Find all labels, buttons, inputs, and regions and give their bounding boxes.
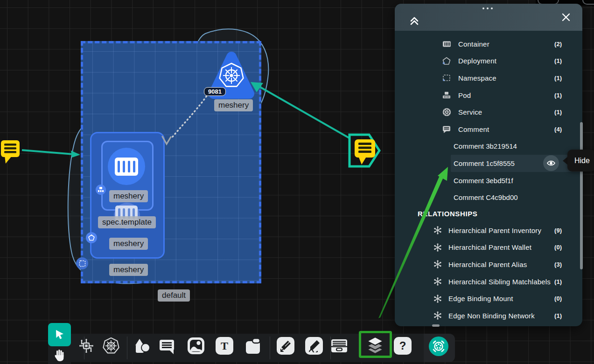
drawer-tool-button[interactable]	[329, 336, 349, 356]
drawer-icon	[329, 337, 349, 355]
text-tool-glyph: T	[216, 337, 233, 355]
row-label: Container	[458, 40, 554, 48]
comment-kind-icon	[442, 125, 451, 133]
comment-tool-button[interactable]	[157, 336, 177, 357]
relationship-row[interactable]: Hierarchical Sibling Matchlabels (1)	[395, 273, 582, 290]
relationship-row[interactable]: Hierarchical Parent Inventory (9)	[395, 222, 582, 239]
comment-item[interactable]: Comment C4c9bd00	[395, 189, 582, 206]
row-label: Comment	[458, 125, 554, 133]
relationship-row[interactable]: Edge Non Binding Network (1)	[395, 307, 582, 324]
meshery-logo-button[interactable]	[428, 336, 449, 357]
elements-panel: Container (2) Deployment (1) Namespace (…	[395, 4, 582, 326]
meshery-logo-icon	[428, 336, 449, 357]
edge-pen-tool-button[interactable]	[275, 336, 296, 356]
row-count: (1)	[554, 278, 562, 285]
relationship-icon	[433, 243, 442, 252]
help-button[interactable]: ?	[392, 336, 413, 356]
container-kind-icon	[442, 40, 451, 48]
hand-icon	[53, 348, 67, 362]
sticky-shape-tool-button[interactable]	[243, 336, 263, 356]
comment-annotation-left[interactable]	[0, 133, 89, 170]
service-kind-icon	[442, 108, 451, 116]
row-count: (4)	[554, 126, 562, 133]
row-count: (1)	[554, 92, 562, 99]
sticky-note-icon	[244, 337, 262, 355]
row-label: Edge Binding Mount	[448, 295, 554, 302]
relationship-icon	[433, 294, 442, 303]
panel-row-deployment[interactable]: Deployment (1)	[395, 53, 582, 70]
service-port-label: 9081	[204, 87, 226, 96]
relationship-row-partial[interactable]	[395, 324, 582, 327]
row-count: (0)	[554, 295, 562, 302]
freehand-draw-tool-button[interactable]	[304, 336, 324, 356]
row-count: (1)	[554, 312, 562, 319]
relationship-row[interactable]: Hierarchical Parent Wallet (0)	[395, 239, 582, 256]
pod-kind-icon	[442, 91, 451, 99]
collapse-panel-icon[interactable]	[409, 15, 420, 27]
toolbar-divider	[270, 337, 270, 359]
shapes-tool-button[interactable]	[132, 336, 153, 357]
relationship-icon	[433, 260, 442, 269]
comment-item-highlighted[interactable]: Comment 1c5f8555	[451, 155, 581, 172]
row-count: (1)	[554, 57, 562, 64]
pen-arrow-icon	[279, 339, 292, 352]
circuit-component-icon	[77, 337, 96, 355]
comment-item-label: Comment C4c9bd00	[454, 193, 518, 201]
image-tool-button[interactable]	[186, 336, 206, 356]
row-count: (2)	[554, 41, 562, 48]
row-count: (0)	[554, 244, 562, 251]
namespace-kind-icon	[442, 74, 451, 82]
relationship-row[interactable]: Hierarchical Parent Alias (3)	[395, 256, 582, 273]
row-label: Service	[458, 108, 554, 116]
panel-row-service[interactable]: Service (1)	[395, 103, 582, 121]
panel-row-pod[interactable]: Pod (1)	[395, 87, 582, 104]
comment-item[interactable]: Comment 3ebd5f1f	[395, 172, 582, 189]
text-tool-button[interactable]: T	[214, 336, 235, 356]
shapes-icon	[133, 337, 152, 356]
close-panel-icon[interactable]	[562, 13, 570, 21]
panel-drag-handle-icon[interactable]	[482, 7, 493, 9]
panel-row-container[interactable]: Container (2)	[395, 35, 582, 53]
pan-tool-button[interactable]	[49, 346, 70, 364]
image-icon	[187, 337, 205, 355]
visibility-eye-icon[interactable]	[543, 155, 559, 171]
relationship-icon	[433, 277, 442, 286]
row-count: (1)	[554, 75, 562, 82]
panel-row-comment[interactable]: Comment (4)	[395, 121, 582, 138]
meshery-design-canvas-screen: 9081 meshery meshery spec.template meshe…	[0, 0, 594, 364]
pod-label: meshery	[109, 190, 148, 202]
relationship-icon	[433, 311, 442, 320]
comment-item-label: Comment 3b219514	[454, 142, 517, 150]
kubernetes-icon	[101, 336, 121, 356]
component-tool-button[interactable]	[76, 336, 97, 356]
comment-bubble-icon	[158, 337, 176, 356]
row-count: (1)	[554, 109, 562, 116]
row-label: Pod	[458, 91, 554, 99]
workload-label: meshery	[109, 264, 148, 276]
row-label: Hierarchical Parent Wallet	[448, 243, 554, 251]
hide-tooltip-label: Hide	[574, 157, 590, 165]
relationship-row[interactable]: Edge Binding Mount (0)	[395, 290, 582, 307]
row-label: Edge Non Binding Network	[448, 312, 554, 320]
row-label: Namespace	[458, 74, 554, 82]
row-label: Hierarchical Parent Inventory	[448, 227, 554, 234]
layers-highlight-box	[359, 331, 392, 358]
select-tool-button[interactable]	[48, 323, 71, 346]
row-count: (9)	[554, 227, 562, 234]
row-label: Deployment	[458, 57, 554, 65]
kubernetes-tool-button[interactable]	[101, 336, 121, 356]
pencil-scribble-icon	[307, 339, 321, 352]
spec-template-label: spec.template	[98, 216, 156, 228]
namespace-label: default	[158, 289, 190, 302]
comment-item-label: Comment 3ebd5f1f	[454, 177, 513, 185]
panel-body: Container (2) Deployment (1) Namespace (…	[395, 31, 582, 326]
panel-header	[395, 4, 582, 31]
panel-row-namespace[interactable]: Namespace (1)	[395, 69, 582, 87]
toolbar-divider	[127, 337, 127, 359]
row-label: Hierarchical Sibling Matchlabels	[448, 278, 554, 286]
panel-resize-grip[interactable]	[432, 324, 440, 327]
panel-scrollbar[interactable]	[580, 122, 583, 269]
relationships-section-header: RELATIONSHIPS	[395, 206, 582, 222]
comment-annotation-right[interactable]	[243, 75, 387, 172]
comment-item[interactable]: Comment 3b219514	[395, 138, 582, 155]
